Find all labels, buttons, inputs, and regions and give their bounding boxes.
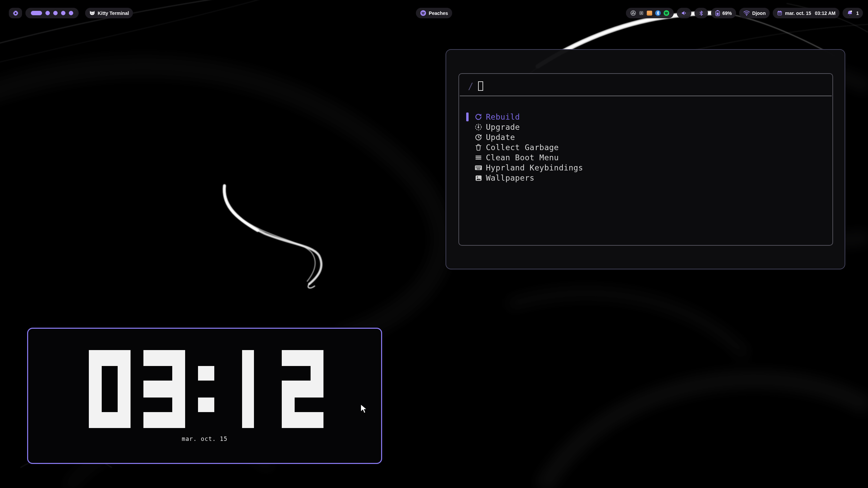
calendar-icon	[777, 10, 783, 16]
image-icon	[475, 174, 482, 182]
rotate-cw-icon	[475, 113, 482, 121]
network-pill[interactable]: Djoon	[739, 8, 770, 18]
selection-indicator	[466, 123, 469, 131]
launcher-item-label: Wallpapers	[486, 174, 534, 182]
search-prompt: /	[468, 81, 473, 92]
battery-level: 69%	[723, 11, 732, 16]
workspace-dot[interactable]	[53, 11, 58, 15]
gear-icon	[12, 10, 19, 17]
statusbar-time: 03:12 AM	[815, 11, 835, 16]
settings-button[interactable]	[9, 8, 22, 18]
active-window-title: Kitty Terminal	[98, 11, 129, 16]
workspace-dot[interactable]	[45, 11, 50, 15]
mouse-cursor	[360, 404, 368, 415]
launcher-item-update[interactable]: Update	[459, 132, 832, 142]
menu-lines-icon	[475, 154, 482, 161]
clock-digit-2	[282, 350, 323, 428]
selection-indicator	[466, 113, 469, 121]
clock-digits	[89, 350, 323, 428]
active-window-pill[interactable]: Kitty Terminal	[85, 8, 133, 18]
battery-icon	[715, 10, 720, 16]
launcher-search[interactable]: /	[459, 74, 832, 96]
launcher-item-collect-garbage[interactable]: Collect Garbage	[459, 142, 832, 152]
workspace-dot[interactable]	[61, 11, 65, 15]
media-pill[interactable]: Peaches	[416, 8, 452, 18]
workspace-active-indicator[interactable]	[31, 11, 42, 15]
launcher-panel: / Rebuild Upgrade Update Collect Garbage…	[458, 73, 833, 246]
folder-tray-icon[interactable]	[646, 10, 653, 16]
launcher-item-label: Hyprland Keybindings	[486, 163, 583, 172]
launcher-item-label: Clean Boot Menu	[486, 153, 559, 162]
selection-indicator	[466, 153, 469, 162]
system-tray	[626, 8, 674, 18]
launcher-item-upgrade[interactable]: Upgrade	[459, 122, 832, 132]
network-ssid: Djoon	[752, 11, 766, 16]
workspace-dot[interactable]	[69, 11, 73, 15]
spotify-icon	[420, 10, 427, 16]
selection-indicator	[466, 174, 469, 182]
launcher-list: Rebuild Upgrade Update Collect Garbage C…	[459, 112, 832, 183]
statusbar-right: 69% Djoon mar. oct. 15 03:12 AM 1	[626, 8, 863, 18]
app-tray-icon[interactable]	[638, 10, 644, 16]
camera-tray-icon[interactable]	[630, 10, 636, 16]
launcher-item-label: Update	[486, 133, 515, 142]
launcher-item-label: Rebuild	[486, 113, 520, 121]
text-cursor	[478, 81, 483, 91]
launcher-item-label: Upgrade	[486, 123, 520, 131]
clock-digit-1	[227, 350, 269, 428]
bluetooth-tray-icon[interactable]	[655, 10, 661, 16]
workspaces-pill[interactable]	[25, 8, 79, 18]
launcher-item-clean-boot-menu[interactable]: Clean Boot Menu	[459, 152, 832, 163]
launcher-window: / Rebuild Upgrade Update Collect Garbage…	[446, 49, 845, 269]
launcher-item-rebuild[interactable]: Rebuild	[459, 112, 832, 122]
speaker-icon	[681, 10, 687, 16]
notifications-pill[interactable]: 1	[843, 8, 863, 18]
status-bar: Kitty Terminal Peaches 69% Djoon mar. oc…	[0, 8, 868, 18]
keyboard-icon	[475, 164, 482, 171]
cat-icon	[89, 10, 95, 16]
bluetooth-pill[interactable]	[694, 8, 708, 18]
selection-indicator	[466, 143, 469, 152]
statusbar-left: Kitty Terminal	[9, 8, 133, 18]
volume-pill[interactable]	[677, 8, 691, 18]
wifi-icon	[743, 10, 750, 16]
circle-arrow-down-icon	[475, 123, 482, 131]
spotify-tray-icon[interactable]	[663, 10, 670, 16]
clock-colon	[198, 350, 214, 428]
notification-count: 1	[856, 11, 859, 16]
selection-indicator	[466, 133, 469, 142]
statusbar-center: Peaches	[416, 8, 452, 18]
clock-digit-3	[143, 350, 185, 428]
clock-digit-0	[89, 350, 131, 428]
search-separator	[460, 96, 832, 96]
clock-date: mar. oct. 15	[28, 435, 381, 442]
launcher-item-label: Collect Garbage	[486, 143, 559, 152]
bell-icon	[847, 10, 853, 16]
launcher-item-hyprland-keybindings[interactable]: Hyprland Keybindings	[459, 163, 832, 173]
media-title: Peaches	[429, 11, 448, 16]
battery-pill[interactable]: 69%	[711, 8, 736, 18]
trash-icon	[475, 144, 482, 151]
clock-widget: mar. oct. 15	[27, 328, 382, 464]
bluetooth-icon	[698, 10, 704, 16]
datetime-pill[interactable]: mar. oct. 15 03:12 AM	[773, 8, 840, 18]
launcher-item-wallpapers[interactable]: Wallpapers	[459, 173, 832, 183]
history-icon	[475, 134, 482, 141]
statusbar-date: mar. oct. 15	[785, 11, 811, 16]
selection-indicator	[466, 163, 469, 172]
